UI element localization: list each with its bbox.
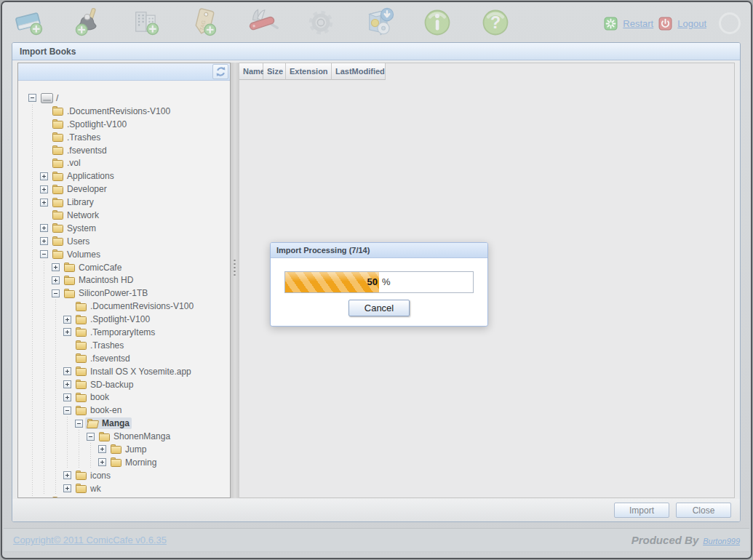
tree-item[interactable]: .vol [27,156,230,169]
author-link[interactable]: Burton999 [703,537,740,545]
loading-indicator-ghost [719,12,741,34]
close-button[interactable]: Close [676,503,731,518]
tree-item[interactable] [27,495,230,497]
expand-plus-icon[interactable] [39,196,50,209]
tree-item[interactable]: / [27,92,230,105]
folder-icon [76,484,87,493]
copyright-link[interactable]: Copyright© 2011 ComicCafe v0.6.35 [13,535,167,545]
restart-link[interactable]: Restart [623,18,653,29]
tree-item[interactable]: Developer [27,183,230,196]
logout-icon[interactable] [658,17,672,31]
tree-item-label: SD-backup [90,380,133,390]
expand-plus-icon[interactable] [39,183,50,196]
tree-guide-line [50,417,62,430]
window-button-bar: Import Close [12,499,740,521]
tree-item[interactable]: .Spotlight-V100 [27,118,230,131]
tree-item[interactable]: Users [27,235,230,248]
tree-guide-line [39,378,50,391]
tree-guide-line [50,456,62,469]
expand-plus-icon[interactable] [62,326,73,339]
tree-guide-line [27,118,39,131]
tree-node: Jump [108,444,148,455]
tree-guide-line [27,326,39,339]
tree-item[interactable]: System [27,222,230,235]
add-book-icon[interactable] [14,7,46,39]
tree-item[interactable]: Network [27,209,230,222]
column-header-name[interactable]: Name [239,63,263,80]
import-button[interactable]: Import [614,503,669,518]
tree-item[interactable]: ComicCafe [27,261,230,274]
expand-plus-icon[interactable] [97,443,108,456]
help-icon[interactable]: ? [479,7,511,39]
column-header-extension[interactable]: Extension [286,63,332,80]
logout-link[interactable]: Logout [677,18,706,29]
expand-plus-icon[interactable] [50,261,62,274]
tree-item[interactable]: Library [27,196,230,209]
column-header-size[interactable]: Size [263,63,286,80]
add-author-icon[interactable] [72,7,104,39]
tree-node: .DocumentRevisions-V100 [73,300,196,312]
add-tag-icon[interactable]: TAG [188,7,220,39]
tree-node: .fseventsd [73,353,132,364]
tree-item[interactable]: .DocumentRevisions-V100 [27,300,230,313]
tree-node: SiliconPower-1TB [62,287,150,299]
restart-icon[interactable] [604,17,618,31]
tree-item-label: Volumes [67,249,100,260]
expand-plus-icon[interactable] [39,222,50,235]
tree-item[interactable]: book [27,391,230,404]
expand-plus-icon[interactable] [62,482,73,495]
tree-item[interactable]: .fseventsd [27,144,230,157]
tree-node: Morning [108,457,159,468]
collapse-minus-icon[interactable] [27,92,39,105]
tree-item[interactable]: SiliconPower-1TB [27,287,230,300]
expand-plus-icon[interactable] [62,365,73,378]
expand-plus-icon[interactable] [62,391,73,404]
tree-item[interactable]: icons [27,469,230,482]
import-media-icon[interactable] [363,7,395,39]
tree-item[interactable]: .fseventsd [27,352,230,365]
info-icon[interactable] [421,7,453,39]
add-publisher-icon[interactable] [130,7,162,39]
tree-item[interactable]: .Trashes [27,131,230,144]
tree-item[interactable]: Volumes [27,248,230,261]
tree-item[interactable]: book-en [27,404,230,417]
expand-plus-icon[interactable] [97,456,108,469]
expand-plus-icon[interactable] [39,235,50,248]
tree-item[interactable]: ShonenManga [27,430,230,443]
expand-plus-icon[interactable] [62,313,73,326]
expand-plus-icon[interactable] [62,378,73,391]
utilities-icon[interactable] [247,7,279,39]
tree-item[interactable]: Macintosh HD [27,273,230,287]
tree-item[interactable]: Install OS X Yosemite.app [27,365,230,378]
tree-item[interactable]: SD-backup [27,378,230,391]
refresh-button[interactable] [212,64,228,79]
tree-item[interactable]: .DocumentRevisions-V100 [27,105,230,118]
tree-item-label: Install OS X Yosemite.app [90,367,191,377]
tree-item[interactable]: .TemporaryItems [27,326,230,339]
column-header-lastmodified[interactable]: LastModified [332,63,386,80]
tree-indent [39,105,50,118]
expand-plus-icon[interactable] [62,469,73,482]
dialog-body: 50 % Cancel [271,258,487,326]
collapse-minus-icon[interactable] [85,430,97,443]
expand-plus-icon[interactable] [39,169,50,183]
tree-item[interactable]: .Spotlight-V100 [27,313,230,326]
tree-item[interactable]: wk [27,482,230,495]
settings-icon[interactable] [305,7,337,39]
svg-text:?: ? [490,13,501,32]
collapse-minus-icon[interactable] [62,404,73,417]
folder-icon [76,315,87,324]
cancel-button[interactable]: Cancel [348,300,410,316]
collapse-minus-icon[interactable] [39,248,50,261]
tree-item[interactable]: Manga [27,417,230,430]
panel-splitter[interactable] [231,63,239,498]
tree-item-label: wk [90,484,101,494]
tree-item[interactable]: Morning [27,456,230,469]
tree-item[interactable]: Applications [27,169,230,183]
tree-item[interactable]: .Trashes [27,339,230,352]
tree-item[interactable]: Jump [27,443,230,456]
expand-plus-icon[interactable] [50,273,62,287]
collapse-minus-icon[interactable] [73,417,85,430]
collapse-minus-icon[interactable] [50,287,62,300]
tree-item-label: Jump [125,444,146,455]
